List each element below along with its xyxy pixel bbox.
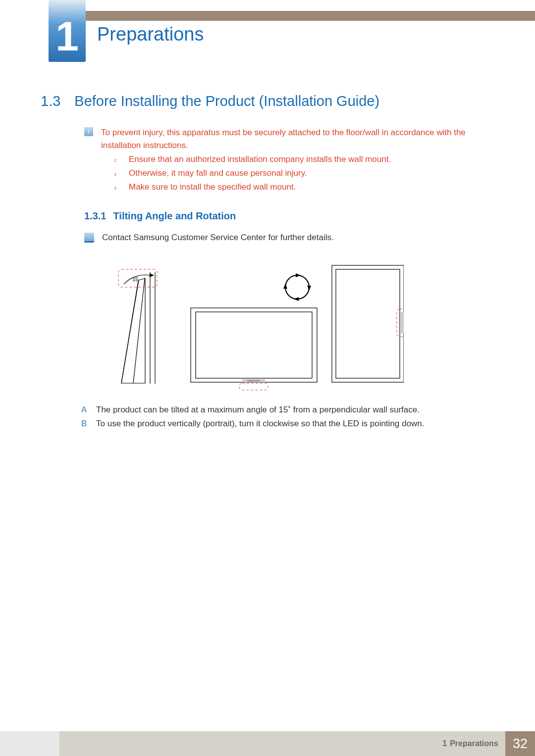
- enumerated-items: A The product can be tilted at a maximum…: [81, 405, 476, 433]
- note-text: Contact Samsung Customer Service Center …: [102, 233, 334, 243]
- tilt-diagram: 15: [92, 262, 166, 391]
- list-item: z Make sure to install the specified wal…: [113, 182, 476, 192]
- item-letter: B: [81, 419, 89, 429]
- list-item: z Otherwise, it may fall and cause perso…: [113, 168, 476, 178]
- page-footer: 1 Preparations 32: [0, 731, 535, 756]
- section-title: Before Installing the Product (Installat…: [74, 93, 379, 109]
- svg-rect-18: [401, 312, 404, 334]
- note-icon: [84, 233, 94, 243]
- svg-marker-13: [294, 297, 299, 301]
- footer-chapter-ref: 1 Preparations: [59, 731, 505, 756]
- svg-marker-5: [150, 273, 154, 277]
- svg-rect-8: [196, 312, 312, 378]
- svg-rect-10: [336, 269, 400, 378]
- bullet-icon: z: [113, 158, 118, 163]
- list-item: A The product can be tilted at a maximum…: [81, 405, 476, 415]
- warning-text: To prevent injury, this apparatus must b…: [101, 126, 476, 152]
- chapter-number: 1: [55, 15, 79, 57]
- brand-label: SAMSUNG: [247, 379, 260, 382]
- angle-label: 15: [132, 276, 138, 282]
- warning-block: ! To prevent injury, this apparatus must…: [84, 126, 476, 152]
- svg-marker-12: [296, 273, 301, 277]
- bullet-icon: z: [113, 186, 118, 191]
- footer-margin: [0, 731, 59, 756]
- bullet-text: Ensure that an authorized installation c…: [129, 154, 391, 164]
- list-item: B To use the product vertically (portrai…: [81, 419, 476, 429]
- footer-chapter-number: 1: [442, 739, 447, 748]
- footer-chapter-title: Preparations: [450, 739, 498, 748]
- item-letter: A: [81, 405, 89, 415]
- rotation-diagram: SAMSUNG: [186, 262, 404, 391]
- page-number: 32: [505, 731, 535, 756]
- chapter-badge: 1: [49, 0, 86, 62]
- diagram-container: 15 SAMSUNG: [92, 262, 436, 396]
- svg-point-11: [285, 275, 309, 299]
- subsection-heading: 1.3.1 Tilting Angle and Rotation: [84, 210, 236, 222]
- section-number: 1.3: [41, 93, 60, 109]
- svg-marker-14: [283, 284, 287, 289]
- subsection-number: 1.3.1: [84, 210, 106, 222]
- bullet-text: Make sure to install the specified wall …: [129, 182, 296, 192]
- item-text: The product can be tilted at a maximum a…: [96, 405, 420, 415]
- item-text: To use the product vertically (portrait)…: [96, 419, 424, 429]
- list-item: z Ensure that an authorized installation…: [113, 154, 476, 164]
- svg-marker-15: [307, 286, 311, 291]
- svg-marker-2: [121, 278, 145, 383]
- warning-icon: !: [84, 127, 93, 136]
- chapter-title: Preparations: [97, 24, 204, 45]
- note-block: Contact Samsung Customer Service Center …: [84, 233, 476, 243]
- bullet-text: Otherwise, it may fall and cause persona…: [129, 168, 307, 178]
- svg-rect-17: [239, 383, 268, 390]
- bullet-icon: z: [113, 172, 118, 177]
- warning-bullets: z Ensure that an authorized installation…: [113, 154, 476, 196]
- subsection-title: Tilting Angle and Rotation: [113, 210, 236, 222]
- section-heading: 1.3 Before Installing the Product (Insta…: [41, 93, 485, 109]
- header-strip: [86, 11, 535, 21]
